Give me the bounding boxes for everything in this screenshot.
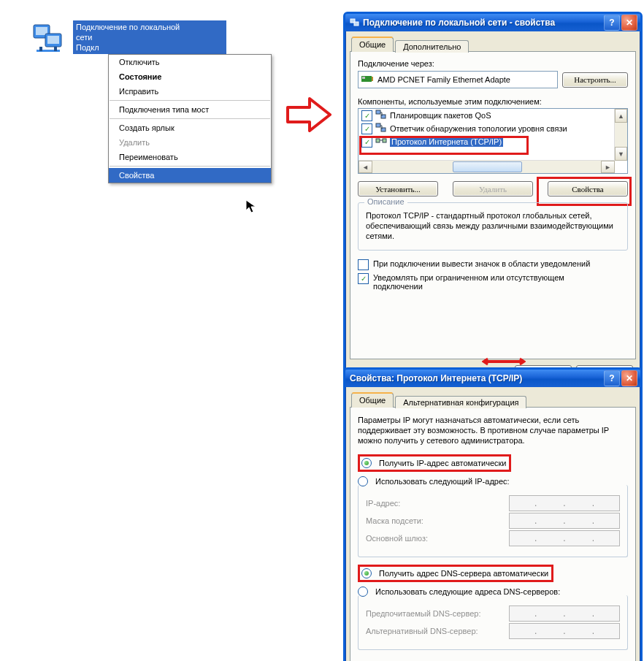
subnet-mask-label: Маска подсети: — [366, 516, 423, 525]
svg-rect-8 — [354, 22, 359, 26]
tray-icon-label: При подключении вывести значок в области… — [373, 259, 590, 268]
tab-advanced[interactable]: Дополнительно — [395, 40, 469, 53]
component-checkbox[interactable]: ✓ — [361, 137, 372, 148]
gateway-field[interactable]: ... — [509, 530, 620, 546]
component-label: Ответчик обнаружения топологии уровня св… — [390, 124, 567, 133]
component-checkbox[interactable]: ✓ — [361, 123, 372, 134]
scroll-left-icon[interactable]: ◄ — [359, 161, 372, 173]
gateway-label: Основной шлюз: — [366, 534, 428, 543]
adapter-field: AMD PCNET Family Ethernet Adapte — [358, 71, 558, 88]
highlight-auto-ip: Получить IP-адрес автоматически — [358, 454, 511, 472]
lan-properties-window: Подключение по локальной сети - свойства… — [343, 12, 643, 390]
context-menu-item[interactable]: Переименовать — [109, 150, 271, 164]
component-label: Протокол Интернета (TCP/IP) — [390, 137, 503, 147]
context-menu-item[interactable]: Свойства — [109, 168, 271, 183]
scrollbar-horizontal[interactable]: ◄ ► — [359, 160, 615, 173]
svg-rect-5 — [39, 47, 42, 51]
context-menu-item[interactable]: Отключить — [109, 55, 271, 69]
component-row[interactable]: ✓Ответчик обнаружения топологии уровня с… — [359, 122, 627, 135]
titlebar[interactable]: Свойства: Протокол Интернета (TCP/IP) ? … — [345, 370, 640, 387]
dns-groupbox: Предпочитаемый DNS-сервер: ... Альтернат… — [358, 595, 628, 650]
auto-ip-label: Получить IP-адрес автоматически — [379, 459, 506, 467]
window-icon — [350, 18, 360, 28]
connector-icon — [482, 357, 526, 366]
component-row[interactable]: ✓Протокол Интернета (TCP/IP) — [359, 135, 627, 148]
svg-rect-6 — [54, 47, 57, 51]
components-listbox[interactable]: ✓Планировщик пакетов QoS✓Ответчик обнару… — [358, 108, 628, 174]
help-button[interactable]: ? — [604, 370, 620, 386]
svg-rect-3 — [47, 36, 59, 44]
connect-using-label: Подключение через: — [358, 59, 628, 68]
ip-address-field[interactable]: ... — [509, 495, 620, 511]
titlebar[interactable]: Подключение по локальной сети - свойства… — [345, 14, 640, 31]
adapter-name: AMD PCNET Family Ethernet Adapte — [377, 75, 510, 84]
ip-groupbox: IP-адрес: ... Маска подсети: ... Основно… — [358, 485, 628, 557]
auto-dns-label: Получить адрес DNS-сервера автоматически — [379, 569, 548, 578]
auto-ip-radio[interactable] — [361, 458, 372, 468]
step-arrow-icon — [286, 96, 331, 134]
component-icon — [375, 123, 387, 134]
tab-alt-config[interactable]: Альтернативная конфигурация — [395, 396, 526, 408]
help-button[interactable]: ? — [604, 15, 620, 31]
intro-text: Параметры IP могут назначаться автоматич… — [358, 415, 628, 446]
description-groupbox: Описание Протокол TCP/IP - стандартный п… — [358, 202, 628, 251]
description-text: Протокол TCP/IP - стандартный протокол г… — [366, 210, 620, 241]
context-menu-item[interactable]: Подключения типа мост — [109, 102, 271, 117]
close-button[interactable]: ✕ — [621, 370, 637, 386]
svg-rect-16 — [376, 139, 380, 142]
svg-rect-10 — [362, 77, 365, 79]
tray-icon-checkbox[interactable] — [358, 259, 369, 270]
adapter-icon — [361, 74, 373, 85]
lan-connection-icon[interactable] — [31, 20, 66, 56]
properties-button[interactable]: Свойства — [548, 181, 628, 196]
tab-general[interactable]: Общие — [351, 37, 394, 52]
context-menu: ОтключитьСостояниеИсправитьПодключения т… — [108, 54, 272, 183]
window-title: Подключение по локальной сети - свойства — [363, 18, 604, 28]
uninstall-button[interactable]: Удалить — [453, 181, 533, 196]
scrollbar-vertical[interactable]: ▲ ▼ — [614, 109, 627, 161]
component-checkbox[interactable]: ✓ — [361, 110, 372, 121]
tab-general[interactable]: Общие — [351, 393, 394, 408]
subnet-mask-field[interactable]: ... — [509, 513, 620, 529]
preferred-dns-field[interactable]: ... — [509, 605, 620, 622]
component-row[interactable]: ✓Планировщик пакетов QoS — [359, 109, 627, 122]
scroll-thumb[interactable] — [453, 161, 523, 172]
scroll-down-icon[interactable]: ▼ — [615, 147, 627, 161]
component-label: Планировщик пакетов QoS — [390, 111, 491, 120]
close-button[interactable]: ✕ — [621, 15, 637, 31]
description-legend: Описание — [364, 197, 407, 206]
ip-address-label: IP-адрес: — [366, 499, 400, 508]
install-button[interactable]: Установить... — [358, 181, 438, 196]
context-menu-item[interactable]: Создать ярлык — [109, 121, 271, 135]
notify-limited-label: Уведомлять при ограниченном или отсутств… — [373, 273, 607, 291]
svg-rect-11 — [372, 77, 373, 81]
svg-rect-12 — [376, 110, 380, 114]
context-menu-item[interactable]: Удалить — [109, 135, 271, 150]
svg-rect-14 — [376, 123, 380, 127]
auto-dns-radio[interactable] — [361, 568, 372, 578]
scroll-right-icon[interactable]: ► — [601, 161, 615, 173]
context-menu-item[interactable]: Исправить — [109, 84, 271, 99]
lan-connection-caption: Подключение по локальной сети Подкл — [73, 20, 226, 54]
highlight-auto-dns: Получить адрес DNS-сервера автоматически — [358, 565, 553, 582]
mouse-cursor-icon — [245, 199, 257, 215]
scroll-up-icon[interactable]: ▲ — [615, 109, 627, 123]
alternate-dns-label: Альтернативный DNS-сервер: — [366, 627, 478, 635]
tcpip-properties-window: Свойства: Протокол Интернета (TCP/IP) ? … — [343, 367, 643, 661]
window-title: Свойства: Протокол Интернета (TCP/IP) — [350, 373, 604, 383]
svg-rect-17 — [383, 139, 386, 142]
alternate-dns-field[interactable]: ... — [509, 623, 620, 639]
component-icon — [375, 110, 387, 121]
preferred-dns-label: Предпочитаемый DNS-сервер: — [366, 609, 480, 618]
notify-limited-checkbox[interactable]: ✓ — [358, 273, 369, 284]
configure-button[interactable]: Настроить... — [562, 72, 628, 88]
context-menu-item[interactable]: Состояние — [109, 69, 271, 84]
component-icon — [375, 136, 387, 148]
components-label: Компоненты, используемые этим подключени… — [358, 97, 628, 106]
